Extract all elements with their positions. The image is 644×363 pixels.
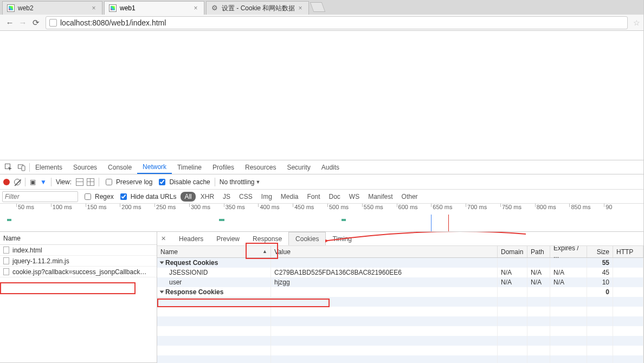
devtools-tab-sources[interactable]: Sources	[68, 160, 102, 174]
close-icon[interactable]: ×	[91, 5, 96, 11]
request-list-header[interactable]: Name	[0, 232, 157, 245]
request-row[interactable]: jquery-1.11.2.min.js	[0, 256, 157, 267]
cookie-size-cell-text: 45	[602, 269, 609, 276]
hide-data-checkbox[interactable]: Hide data URLs	[118, 192, 177, 202]
filter-pill-xhr[interactable]: XHR	[197, 192, 218, 202]
filter-toggle-icon[interactable]: ▼	[40, 178, 47, 186]
devtools-tab-audits[interactable]: Audits	[316, 160, 345, 174]
timeline-tick: 800 ms	[535, 204, 556, 207]
filter-pill-ws[interactable]: WS	[345, 192, 363, 202]
domcontent-line	[431, 215, 432, 232]
details-tab-response[interactable]: Response	[246, 232, 288, 245]
devtools-tab-security[interactable]: Security	[281, 160, 315, 174]
disclosure-triangle-icon[interactable]	[160, 262, 164, 264]
hide-data-input[interactable]	[120, 193, 127, 200]
details-tab-cookies[interactable]: Cookies	[288, 232, 326, 245]
inspect-element-icon[interactable]	[3, 162, 14, 173]
preserve-log-input[interactable]	[106, 179, 112, 185]
close-icon[interactable]: ×	[193, 5, 198, 11]
close-details-icon[interactable]: ✕	[159, 235, 167, 243]
empty-cell	[550, 326, 587, 336]
filter-pill-img[interactable]: Img	[257, 192, 276, 202]
request-row[interactable]: index.html	[0, 245, 157, 256]
view-small-icon[interactable]	[87, 178, 94, 186]
toggle-device-icon[interactable]	[16, 162, 27, 173]
details-tab-preview[interactable]: Preview	[210, 232, 246, 245]
col-path[interactable]: Path	[527, 246, 550, 257]
devtools-tabbar: ElementsSourcesConsoleNetworkTimelinePro…	[0, 160, 643, 174]
col-domain[interactable]: Domain	[498, 246, 527, 257]
cookie-domain-cell-text: N/A	[501, 278, 512, 286]
clear-button[interactable]	[14, 179, 21, 185]
details-tab-headers[interactable]: Headers	[172, 232, 210, 245]
preserve-log-checkbox[interactable]: Preserve log	[104, 177, 152, 187]
chevron-down-icon: ▼	[255, 179, 260, 185]
disable-cache-checkbox[interactable]: Disable cache	[157, 177, 210, 187]
cookie-section-row[interactable]: Response Cookies0	[157, 287, 643, 297]
cookie-exp-cell-text: N/A	[553, 278, 564, 286]
browser-tab-1[interactable]: web1 ×	[104, 1, 204, 15]
filter-pill-font[interactable]: Font	[304, 192, 324, 202]
empty-cell	[613, 307, 643, 316]
cookie-section-row[interactable]: Request Cookies55	[157, 258, 643, 268]
record-button[interactable]	[3, 179, 10, 185]
timeline-tick: 100 ms	[51, 204, 72, 207]
cookie-value-cell-text: hjzgg	[274, 278, 290, 286]
filter-pill-all[interactable]: All	[181, 192, 195, 202]
filter-pill-manifest[interactable]: Manifest	[364, 192, 396, 202]
view-large-icon[interactable]	[76, 178, 83, 186]
devtools-tab-console[interactable]: Console	[102, 160, 137, 174]
browser-tab-0[interactable]: web2 ×	[2, 1, 102, 15]
col-size[interactable]: Size	[587, 246, 613, 257]
network-timeline[interactable]: 50 ms100 ms150 ms200 ms250 ms300 ms350 m…	[0, 204, 643, 232]
regex-input[interactable]	[85, 193, 91, 200]
details-tab-timing[interactable]: Timing	[326, 232, 358, 245]
back-button[interactable]: ←	[3, 16, 16, 29]
bookmark-star-icon[interactable]: ☆	[633, 18, 640, 27]
timeline-tick: 450 ms	[293, 204, 314, 207]
screenshot-icon[interactable]: ▣	[30, 178, 36, 186]
new-tab-button[interactable]	[310, 2, 326, 12]
cookie-row[interactable]: JSESSIONIDC279BA1BD525FDA136C8BAC821960E…	[157, 268, 643, 277]
filter-input[interactable]	[2, 191, 78, 202]
empty-cell	[527, 297, 550, 307]
empty-cell	[587, 355, 613, 363]
browser-tab-2[interactable]: ⚙ 设置 - Cookie 和网站数据 ×	[206, 1, 309, 15]
devtools-tab-timeline[interactable]: Timeline	[172, 160, 207, 174]
filter-pill-media[interactable]: Media	[277, 192, 302, 202]
disclosure-triangle-icon[interactable]	[160, 291, 164, 294]
filter-pill-doc[interactable]: Doc	[325, 192, 344, 202]
col-domain-label: Domain	[501, 248, 523, 256]
devtools-tab-elements[interactable]: Elements	[30, 160, 68, 174]
disable-cache-input[interactable]	[159, 179, 165, 185]
cookie-size-cell-text: 55	[602, 259, 609, 267]
empty-cell	[157, 297, 271, 307]
empty-cell	[271, 307, 498, 316]
col-value[interactable]: Value	[271, 246, 498, 257]
close-icon[interactable]: ×	[298, 5, 303, 11]
forward-button[interactable]: →	[16, 16, 29, 29]
filter-pill-other[interactable]: Other	[398, 192, 422, 202]
empty-cell	[613, 336, 643, 346]
cookie-domain-cell: N/A	[498, 268, 527, 277]
request-row[interactable]: cookie.jsp?callback=success_jsonpCallbac…	[0, 267, 157, 277]
address-bar[interactable]: localhost:8080/web1/index.html	[46, 16, 628, 29]
devtools-tab-resources[interactable]: Resources	[240, 160, 281, 174]
devtools-tab-profiles[interactable]: Profiles	[207, 160, 240, 174]
timeline-bar	[342, 219, 346, 221]
site-info-icon[interactable]	[49, 19, 57, 27]
col-name[interactable]: Name▲	[157, 246, 271, 257]
col-http[interactable]: HTTP	[613, 246, 643, 257]
regex-checkbox[interactable]: Regex	[82, 192, 114, 202]
url-path: :8080/web1/index.html	[90, 18, 166, 27]
filter-pill-css[interactable]: CSS	[235, 192, 256, 202]
filter-pill-js[interactable]: JS	[219, 192, 234, 202]
reload-button[interactable]: ⟳	[29, 16, 42, 29]
empty-cell	[157, 346, 271, 355]
cookie-name-cell-text: user	[169, 278, 182, 286]
col-expires[interactable]: Expires / ...	[550, 246, 587, 257]
devtools-tab-network[interactable]: Network	[137, 160, 172, 174]
cookie-path-cell-text: N/A	[531, 278, 542, 286]
throttling-select[interactable]: No throttling ▼	[220, 178, 261, 186]
cookie-row[interactable]: userhjzggN/AN/AN/A10	[157, 277, 643, 287]
